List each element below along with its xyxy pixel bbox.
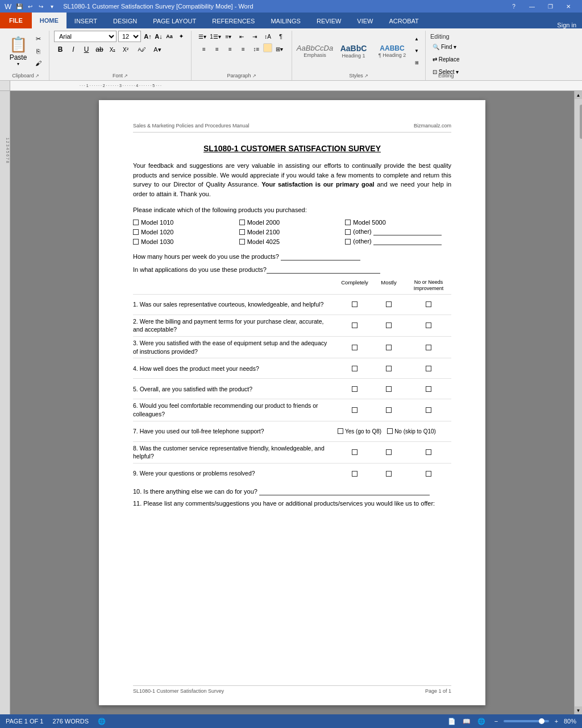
underline-button[interactable]: U: [80, 43, 93, 56]
multilevel-button[interactable]: ≡▾: [222, 31, 235, 42]
font-size-selector[interactable]: 12: [118, 31, 141, 42]
cb-1030[interactable]: [133, 239, 139, 245]
styles-dialog-icon[interactable]: ↗: [364, 73, 368, 78]
tab-acrobat[interactable]: ACROBAT: [381, 14, 426, 28]
sign-in-link[interactable]: Sign in: [557, 22, 582, 28]
tab-page-layout[interactable]: PAGE LAYOUT: [145, 14, 204, 28]
align-left-button[interactable]: ≡: [198, 43, 210, 55]
restore-button[interactable]: ❐: [541, 0, 559, 13]
align-right-button[interactable]: ≡: [224, 43, 236, 55]
change-case-button[interactable]: Aa: [164, 31, 174, 42]
border-button[interactable]: ⊞▾: [273, 43, 285, 55]
undo-icon[interactable]: ↩: [26, 2, 35, 11]
zoom-out-button[interactable]: −: [491, 716, 501, 726]
cb-1010[interactable]: [133, 220, 139, 225]
q7-no-cb[interactable]: [387, 428, 393, 434]
numbering-button[interactable]: 1☰▾: [209, 31, 222, 42]
q8-completely[interactable]: [352, 449, 357, 455]
zoom-in-button[interactable]: +: [551, 716, 562, 726]
q6-completely[interactable]: [352, 407, 357, 413]
q3-mostly[interactable]: [386, 345, 392, 350]
replace-button[interactable]: ⇄ Replace: [430, 53, 462, 65]
copy-button[interactable]: ⎘: [32, 46, 44, 57]
q6-mostly[interactable]: [386, 407, 392, 413]
q5-needs[interactable]: [426, 386, 431, 392]
tab-insert[interactable]: INSERT: [66, 14, 105, 28]
customize-icon[interactable]: ▾: [47, 2, 56, 11]
cb-other1[interactable]: [345, 229, 351, 235]
cb-2000[interactable]: [239, 220, 245, 225]
web-layout-button[interactable]: 🌐: [476, 716, 487, 726]
increase-indent-button[interactable]: ⇥: [248, 31, 261, 42]
minimize-button[interactable]: —: [523, 0, 541, 13]
q4-needs[interactable]: [426, 366, 431, 371]
tab-mailings[interactable]: MAILINGS: [263, 14, 309, 28]
tab-view[interactable]: VIEW: [349, 14, 381, 28]
font-family-selector[interactable]: Arial: [54, 31, 117, 42]
clear-formatting-button[interactable]: ✦: [176, 31, 186, 42]
q2-completely[interactable]: [352, 322, 357, 328]
q7-yes-cb[interactable]: [338, 428, 343, 434]
increase-font-button[interactable]: A↑: [143, 31, 153, 42]
redo-icon[interactable]: ↪: [36, 2, 45, 11]
full-reading-button[interactable]: 📖: [462, 716, 472, 726]
decrease-font-button[interactable]: A↓: [153, 31, 164, 42]
align-center-button[interactable]: ≡: [211, 43, 223, 55]
line-spacing-button[interactable]: ↕≡: [250, 43, 263, 55]
q2-needs[interactable]: [426, 322, 431, 328]
q8-needs[interactable]: [426, 449, 431, 455]
strikethrough-button[interactable]: ab: [93, 43, 106, 56]
cut-button[interactable]: ✂: [32, 34, 44, 45]
format-painter-button[interactable]: 🖌: [32, 57, 44, 69]
scroll-down-button[interactable]: ▼: [575, 706, 583, 714]
zoom-slider[interactable]: [504, 720, 549, 722]
help-icon[interactable]: ?: [505, 0, 523, 13]
print-layout-button[interactable]: 📄: [447, 716, 457, 726]
q2-mostly[interactable]: [386, 322, 392, 328]
superscript-button[interactable]: X²: [119, 43, 132, 56]
q11-answer-space[interactable]: [133, 510, 451, 556]
paragraph-dialog-icon[interactable]: ↗: [252, 73, 256, 78]
scroll-up-button[interactable]: ▲: [575, 91, 583, 99]
cb-5000[interactable]: [345, 220, 351, 225]
subscript-button[interactable]: X₂: [106, 43, 119, 56]
right-scrollbar[interactable]: ▲ ▼: [574, 91, 582, 714]
font-dialog-icon[interactable]: ↗: [124, 73, 128, 78]
cb-4025[interactable]: [239, 239, 245, 245]
save-icon[interactable]: 💾: [15, 2, 24, 11]
text-highlight-button[interactable]: A🖊: [136, 43, 148, 56]
shading-button[interactable]: [263, 43, 272, 52]
cb-other2[interactable]: [345, 239, 351, 245]
q10-fill[interactable]: [259, 488, 430, 495]
style-emphasis[interactable]: AaBbCcDa Emphasis: [297, 42, 333, 60]
q1-completely[interactable]: [352, 301, 357, 307]
cb-1020[interactable]: [133, 229, 139, 235]
q8-mostly[interactable]: [386, 449, 392, 455]
q5-completely[interactable]: [352, 386, 357, 392]
scroll-thumb[interactable]: [580, 105, 583, 139]
styles-more[interactable]: ⊞: [413, 57, 421, 69]
zoom-control[interactable]: − + 80%: [491, 716, 576, 726]
style-heading2[interactable]: AABBC ¶ Heading 2: [374, 43, 410, 60]
q4-mostly[interactable]: [386, 366, 392, 371]
cb-2100[interactable]: [239, 229, 245, 235]
q4-completely[interactable]: [352, 366, 357, 371]
tab-review[interactable]: REVIEW: [309, 14, 349, 28]
q9-completely[interactable]: [352, 471, 357, 477]
sort-button[interactable]: ↕A: [261, 31, 274, 42]
q1-needs[interactable]: [426, 301, 431, 307]
tab-file[interactable]: FILE: [0, 13, 32, 28]
tab-references[interactable]: REFERENCES: [204, 14, 263, 28]
decrease-indent-button[interactable]: ⇤: [235, 31, 248, 42]
find-button[interactable]: 🔍 Find ▾: [430, 41, 462, 52]
paste-button[interactable]: 📋 Paste ▾: [7, 35, 30, 68]
font-color-button[interactable]: A▾: [151, 43, 164, 56]
q6-needs[interactable]: [426, 407, 431, 413]
close-button[interactable]: ✕: [559, 0, 577, 13]
q3-needs[interactable]: [426, 345, 431, 350]
styles-scroll-up[interactable]: ▲: [413, 34, 421, 45]
italic-button[interactable]: I: [67, 43, 80, 56]
show-marks-button[interactable]: ¶: [275, 31, 287, 42]
style-heading1[interactable]: AaBbC Heading 1: [335, 42, 372, 60]
tab-design[interactable]: DESIGN: [105, 14, 145, 28]
